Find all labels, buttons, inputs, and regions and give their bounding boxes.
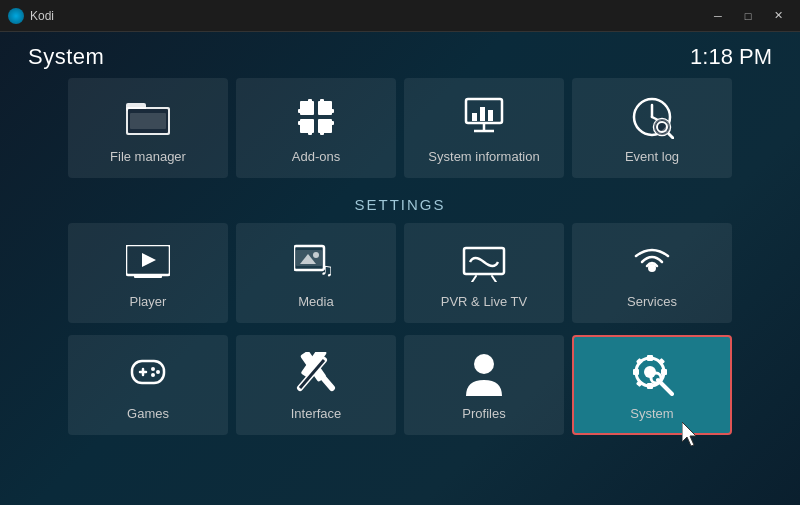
maximize-button[interactable]: □	[734, 6, 762, 26]
interface-label: Interface	[291, 406, 342, 421]
games-icon	[124, 350, 172, 398]
interface-icon	[292, 350, 340, 398]
titlebar-left: Kodi	[8, 8, 54, 24]
services-icon	[628, 238, 676, 286]
svg-rect-60	[661, 369, 667, 375]
svg-rect-6	[300, 119, 314, 133]
file-manager-icon	[124, 93, 172, 141]
svg-marker-30	[142, 253, 156, 267]
grid-item-file-manager[interactable]: File manager	[68, 78, 228, 178]
top-row: File manager	[28, 78, 772, 178]
svg-rect-8	[308, 99, 312, 103]
minimize-button[interactable]: ─	[704, 6, 732, 26]
svg-rect-63	[636, 379, 643, 386]
grid-item-add-ons[interactable]: Add-ons	[236, 78, 396, 178]
svg-rect-19	[472, 113, 477, 121]
svg-rect-4	[300, 101, 314, 115]
svg-point-45	[156, 370, 160, 374]
pvr-live-tv-label: PVR & Live TV	[441, 294, 527, 309]
svg-rect-15	[330, 121, 334, 125]
player-label: Player	[130, 294, 167, 309]
svg-rect-62	[658, 357, 665, 364]
svg-point-54	[474, 354, 494, 374]
add-ons-label: Add-ons	[292, 149, 340, 164]
grid-item-pvr-live-tv[interactable]: PVR & Live TV	[404, 223, 564, 323]
file-manager-label: File manager	[110, 149, 186, 164]
svg-line-39	[492, 276, 496, 282]
close-button[interactable]: ✕	[764, 6, 792, 26]
svg-rect-59	[633, 369, 639, 375]
media-icon: ♫	[292, 238, 340, 286]
svg-rect-9	[320, 99, 324, 103]
add-ons-icon	[292, 93, 340, 141]
svg-rect-58	[647, 383, 653, 389]
grid-item-interface[interactable]: Interface	[236, 335, 396, 435]
system-label: System	[630, 406, 673, 421]
grid-item-media[interactable]: ♫ Media	[236, 223, 396, 323]
titlebar: Kodi ─ □ ✕	[0, 0, 800, 32]
header: System 1:18 PM	[0, 32, 800, 78]
page-title: System	[28, 44, 104, 70]
profiles-icon	[460, 350, 508, 398]
svg-rect-3	[130, 113, 166, 129]
titlebar-controls: ─ □ ✕	[704, 6, 792, 26]
grid-item-system[interactable]: System	[572, 335, 732, 435]
grid-item-system-information[interactable]: System information	[404, 78, 564, 178]
svg-rect-14	[298, 121, 302, 125]
svg-rect-13	[330, 109, 334, 113]
player-icon	[124, 238, 172, 286]
svg-rect-10	[308, 131, 312, 135]
system-icon	[628, 350, 676, 398]
svg-rect-21	[488, 110, 493, 121]
services-label: Services	[627, 294, 677, 309]
system-information-label: System information	[428, 149, 539, 164]
grid-item-games[interactable]: Games	[68, 335, 228, 435]
grid-item-services[interactable]: Services	[572, 223, 732, 323]
svg-point-35	[313, 252, 319, 258]
games-label: Games	[127, 406, 169, 421]
svg-rect-5	[318, 101, 332, 115]
svg-rect-31	[134, 275, 162, 278]
svg-rect-11	[320, 131, 324, 135]
svg-rect-12	[298, 109, 302, 113]
svg-text:♫: ♫	[320, 260, 334, 280]
system-information-icon	[460, 93, 508, 141]
settings-section-label: Settings	[28, 196, 772, 213]
event-log-icon	[628, 93, 676, 141]
titlebar-app-name: Kodi	[30, 9, 54, 23]
media-label: Media	[298, 294, 333, 309]
svg-point-44	[151, 367, 155, 371]
settings-row-1: Player ♫ Media	[28, 223, 772, 323]
profiles-label: Profiles	[462, 406, 505, 421]
svg-line-26	[667, 132, 673, 138]
svg-point-65	[651, 373, 661, 383]
kodi-logo-icon	[8, 8, 24, 24]
event-log-label: Event log	[625, 149, 679, 164]
svg-line-38	[472, 276, 476, 282]
content-area: File manager	[0, 78, 800, 505]
svg-rect-20	[480, 107, 485, 121]
svg-point-46	[151, 373, 155, 377]
app-container: System 1:18 PM File manager	[0, 32, 800, 505]
svg-rect-57	[647, 355, 653, 361]
grid-item-player[interactable]: Player	[68, 223, 228, 323]
grid-item-event-log[interactable]: Event log	[572, 78, 732, 178]
clock-display: 1:18 PM	[690, 44, 772, 70]
svg-rect-7	[318, 119, 332, 133]
settings-row-2: Games Interface	[28, 335, 772, 435]
grid-item-profiles[interactable]: Profiles	[404, 335, 564, 435]
pvr-live-tv-icon	[460, 238, 508, 286]
